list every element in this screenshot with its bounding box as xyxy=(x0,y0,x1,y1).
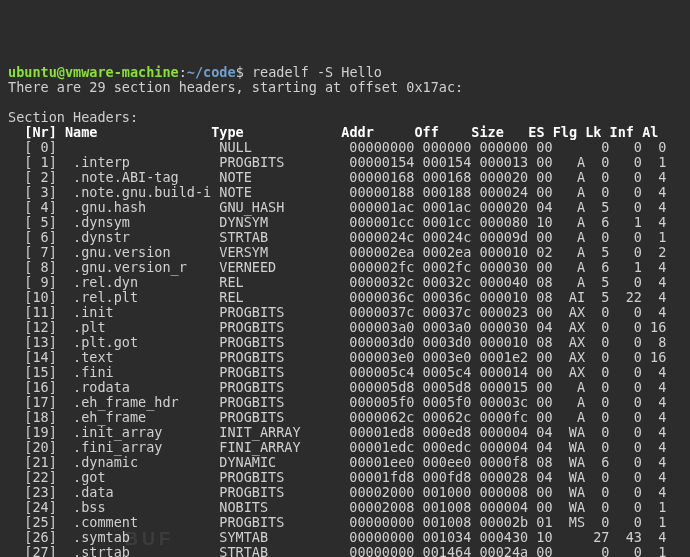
table-row: [ 3] .note.gnu.build-i NOTE 00000188 000… xyxy=(8,184,666,200)
command-text: readelf -S Hello xyxy=(252,64,382,80)
table-row: [11] .init PROGBITS 0000037c 00037c 0000… xyxy=(8,304,666,320)
prompt-dollar: $ xyxy=(236,64,244,80)
col-inf: Inf xyxy=(610,124,634,140)
table-row: [27] .strtab STRTAB 00000000 001464 0002… xyxy=(8,544,666,557)
table-row: [ 8] .gnu.version_r VERNEED 000002fc 000… xyxy=(8,259,666,275)
col-flg: Flg xyxy=(553,124,577,140)
summary-line: There are 29 section headers, starting a… xyxy=(8,79,463,95)
prompt-colon: : xyxy=(179,64,187,80)
table-row: [15] .fini PROGBITS 000005c4 0005c4 0000… xyxy=(8,364,666,380)
column-headers: [Nr] Name Type Addr Off Size ES Flg Lk I… xyxy=(8,124,658,140)
col-lk: Lk xyxy=(585,124,601,140)
col-size: Size xyxy=(471,124,504,140)
table-row: [ 9] .rel.dyn REL 0000032c 00032c 000040… xyxy=(8,274,666,290)
table-row: [12] .plt PROGBITS 000003a0 0003a0 00003… xyxy=(8,319,666,335)
col-type: Type xyxy=(211,124,244,140)
table-row: [24] .bss NOBITS 00002008 001008 000004 … xyxy=(8,499,666,515)
table-row: [19] .init_array INIT_ARRAY 00001ed8 000… xyxy=(8,424,666,440)
table-row: [14] .text PROGBITS 000003e0 0003e0 0001… xyxy=(8,349,666,365)
col-nr: [Nr] xyxy=(24,124,57,140)
table-row: [17] .eh_frame_hdr PROGBITS 000005f0 000… xyxy=(8,394,666,410)
table-row: [ 0] NULL 00000000 000000 000000 00 0 0 … xyxy=(8,139,666,155)
section-rows: [ 0] NULL 00000000 000000 000000 00 0 0 … xyxy=(8,139,672,557)
table-row: [26] .symtab SYMTAB 00000000 001034 0004… xyxy=(8,529,666,545)
table-row: [21] .dynamic DYNAMIC 00001ee0 000ee0 00… xyxy=(8,454,666,470)
table-row: [ 7] .gnu.version VERSYM 000002ea 0002ea… xyxy=(8,244,666,260)
table-row: [ 4] .gnu.hash GNU_HASH 000001ac 0001ac … xyxy=(8,199,666,215)
col-al: Al xyxy=(642,124,658,140)
col-es: ES xyxy=(528,124,544,140)
table-row: [ 6] .dynstr STRTAB 0000024c 00024c 0000… xyxy=(8,229,666,245)
table-row: [10] .rel.plt REL 0000036c 00036c 000010… xyxy=(8,289,666,305)
prompt-at: @ xyxy=(57,64,65,80)
table-row: [23] .data PROGBITS 00002000 001000 0000… xyxy=(8,484,666,500)
section-headers-title: Section Headers: xyxy=(8,109,138,125)
table-row: [25] .comment PROGBITS 00000000 001008 0… xyxy=(8,514,666,530)
table-row: [13] .plt.got PROGBITS 000003d0 0003d0 0… xyxy=(8,334,666,350)
prompt-line: ubuntu@vmware-machine:~/code$ readelf -S… xyxy=(8,64,382,80)
prompt-user: ubuntu xyxy=(8,64,57,80)
col-addr: Addr xyxy=(341,124,374,140)
table-row: [ 1] .interp PROGBITS 00000154 000154 00… xyxy=(8,154,666,170)
table-row: [ 5] .dynsym DYNSYM 000001cc 0001cc 0000… xyxy=(8,214,666,230)
table-row: [ 2] .note.ABI-tag NOTE 00000168 000168 … xyxy=(8,169,666,185)
table-row: [16] .rodata PROGBITS 000005d8 0005d8 00… xyxy=(8,379,666,395)
col-off: Off xyxy=(414,124,438,140)
table-row: [22] .got PROGBITS 00001fd8 000fd8 00002… xyxy=(8,469,666,485)
table-row: [20] .fini_array FINI_ARRAY 00001edc 000… xyxy=(8,439,666,455)
prompt-path: ~/code xyxy=(187,64,236,80)
terminal-output: ubuntu@vmware-machine:~/code$ readelf -S… xyxy=(8,65,682,557)
watermark: BUF xyxy=(125,532,174,547)
table-row: [18] .eh_frame PROGBITS 0000062c 00062c … xyxy=(8,409,666,425)
col-name: Name xyxy=(65,124,98,140)
prompt-host: vmware-machine xyxy=(65,64,179,80)
